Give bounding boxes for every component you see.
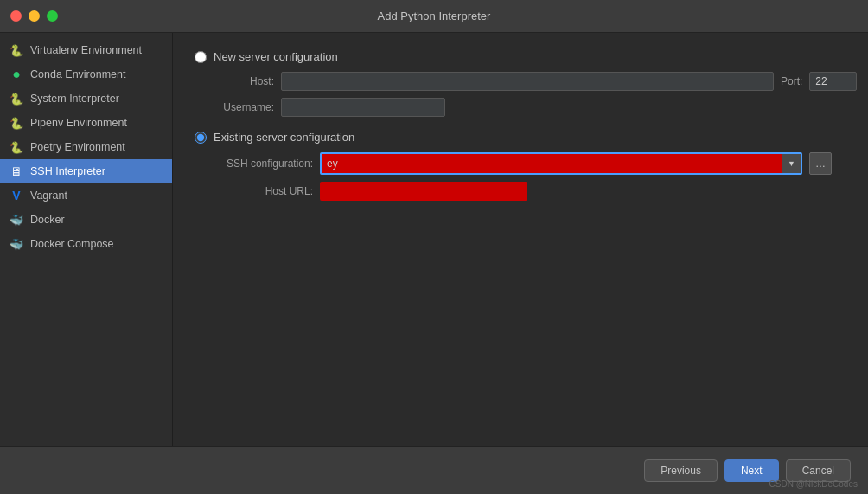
host-url-label: Host URL:	[214, 185, 313, 197]
minimize-button[interactable]	[29, 10, 40, 22]
dropdown-arrow-icon[interactable]: ▼	[782, 154, 801, 173]
ssh-config-hint: ey	[327, 157, 338, 170]
existing-server-label[interactable]: Existing server configuration	[214, 131, 354, 144]
sidebar-item-system[interactable]: 🐍 System Interpreter	[0, 87, 172, 111]
host-label: Host:	[214, 75, 274, 87]
sidebar-item-label: Conda Environment	[30, 68, 125, 80]
sidebar-item-ssh[interactable]: 🖥 SSH Interpreter	[0, 159, 172, 183]
pipenv-icon: 🐍	[9, 115, 24, 131]
sidebar-item-label: Pipenv Environment	[30, 117, 127, 129]
username-label: Username:	[214, 101, 274, 113]
sidebar-item-label: SSH Interpreter	[30, 165, 105, 177]
port-input[interactable]	[809, 72, 857, 91]
new-server-label[interactable]: New server configuration	[214, 50, 338, 63]
sidebar-item-vagrant[interactable]: V Vagrant	[0, 183, 172, 208]
existing-server-form: SSH configuration: ey ▼ … Host URL:	[214, 152, 857, 201]
more-icon: …	[815, 157, 826, 170]
sidebar-item-label: Poetry Environment	[30, 141, 125, 153]
watermark: CSDN @NickDeCodes	[769, 479, 858, 489]
footer: Previous Next Cancel	[0, 446, 868, 494]
existing-server-radio-row: Existing server configuration	[195, 131, 857, 144]
sidebar-item-conda[interactable]: ● Conda Environment	[0, 62, 172, 87]
sidebar-item-label: Docker	[30, 214, 65, 226]
vagrant-icon: V	[9, 188, 24, 203]
virtualenv-icon: 🐍	[9, 42, 24, 58]
existing-server-section: Existing server configuration SSH config…	[195, 131, 857, 201]
host-input[interactable]	[281, 72, 774, 91]
window-controls	[10, 10, 58, 22]
content-area: New server configuration Host: Port: Use…	[173, 33, 868, 446]
new-server-section: New server configuration Host: Port: Use…	[195, 50, 857, 117]
sidebar-item-virtualenv[interactable]: 🐍 Virtualenv Environment	[0, 38, 172, 62]
docker-compose-icon: 🐳	[9, 236, 24, 252]
ssh-config-label: SSH configuration:	[214, 157, 313, 170]
username-row: Username:	[214, 98, 857, 117]
new-server-radio-row: New server configuration	[195, 50, 857, 63]
sidebar-item-label: Vagrant	[30, 189, 67, 202]
ssh-icon: 🖥	[9, 164, 24, 179]
host-url-row: Host URL:	[214, 182, 857, 201]
sidebar-item-docker[interactable]: 🐳 Docker	[0, 208, 172, 232]
ssh-config-select-wrapper: ey ▼	[320, 152, 802, 175]
sidebar-item-poetry[interactable]: 🐍 Poetry Environment	[0, 135, 172, 159]
sidebar-item-label: System Interpreter	[30, 93, 119, 105]
dialog-title: Add Python Interpreter	[378, 10, 491, 22]
sidebar: 🐍 Virtualenv Environment ● Conda Environ…	[0, 33, 173, 446]
more-options-button[interactable]: …	[809, 152, 832, 175]
poetry-icon: 🐍	[9, 139, 24, 155]
docker-icon: 🐳	[9, 212, 24, 228]
titlebar: Add Python Interpreter	[0, 0, 868, 33]
previous-button[interactable]: Previous	[644, 459, 718, 482]
ssh-config-value[interactable]: ey ▼	[320, 152, 802, 175]
username-input[interactable]	[281, 98, 445, 117]
sidebar-item-label: Virtualenv Environment	[30, 44, 142, 56]
host-url-value	[320, 182, 527, 201]
ssh-config-row: SSH configuration: ey ▼ …	[214, 152, 857, 175]
new-server-radio[interactable]	[195, 51, 207, 63]
sidebar-item-docker-compose[interactable]: 🐳 Docker Compose	[0, 232, 172, 256]
new-server-form: Host: Port: Username:	[214, 72, 857, 117]
sidebar-item-label: Docker Compose	[30, 238, 114, 250]
maximize-button[interactable]	[47, 10, 58, 22]
conda-icon: ●	[9, 67, 24, 82]
system-icon: 🐍	[9, 91, 24, 106]
host-row: Host: Port:	[214, 72, 857, 91]
existing-server-radio[interactable]	[195, 132, 207, 144]
close-button[interactable]	[10, 10, 22, 22]
port-label: Port:	[781, 75, 802, 87]
sidebar-item-pipenv[interactable]: 🐍 Pipenv Environment	[0, 111, 172, 135]
dialog-body: 🐍 Virtualenv Environment ● Conda Environ…	[0, 33, 868, 446]
